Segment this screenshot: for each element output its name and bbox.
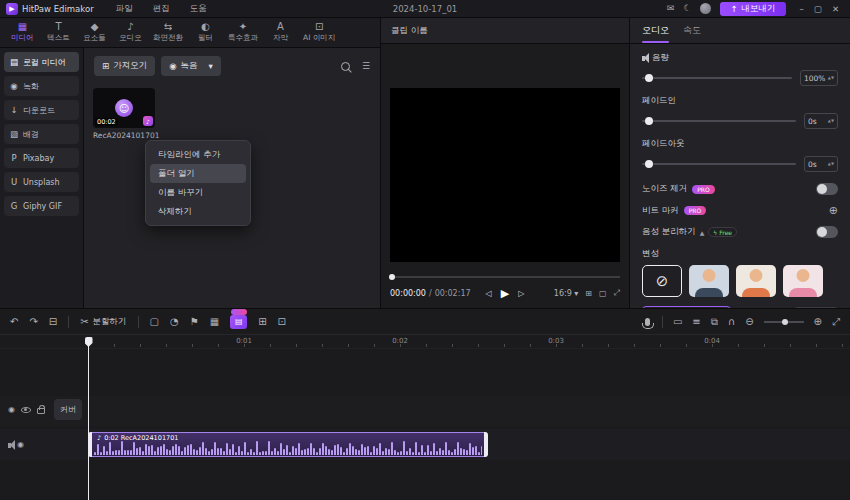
track-stack-icon[interactable]: ⧉	[711, 317, 718, 327]
plus-circle-icon[interactable]: ⊕	[829, 204, 838, 217]
chevron-down-icon[interactable]: ▾	[209, 61, 213, 71]
tab-effects[interactable]: ✦ 특수효과	[225, 22, 261, 43]
slider-knob[interactable]	[645, 160, 653, 168]
cover-button[interactable]: 커버	[54, 399, 82, 420]
redo-icon[interactable]: ↷	[29, 317, 37, 327]
screen-icon[interactable]: ▢	[599, 289, 607, 298]
seekbar-handle[interactable]	[389, 274, 395, 280]
sidebar-item-download[interactable]: ↓ 다운로드	[4, 100, 79, 120]
track-view-icon[interactable]: ▭	[673, 317, 682, 327]
voice-preset-none[interactable]: ⊘	[642, 265, 682, 297]
trash-icon[interactable]: ⊟	[49, 317, 57, 327]
ai-captions-icon[interactable]: ▤	[230, 315, 247, 329]
mosaic-icon[interactable]: ▦	[210, 317, 219, 327]
preview-seekbar[interactable]	[390, 276, 620, 278]
voice-preset-female-1[interactable]	[736, 265, 776, 297]
feedback-icon[interactable]: ✉	[667, 4, 675, 13]
minimize-button[interactable]: –	[795, 4, 809, 14]
prev-frame-button[interactable]: ◁	[486, 289, 492, 298]
sidebar-item-giphy[interactable]: G Giphy GIF	[4, 196, 79, 216]
track-lock-icon[interactable]	[37, 408, 45, 414]
play-button[interactable]: ▶	[501, 287, 509, 300]
playhead[interactable]	[88, 337, 89, 500]
tab-transitions[interactable]: ⇆ 화면전환	[150, 22, 186, 43]
zoom-slider[interactable]	[764, 321, 804, 323]
collapse-icon[interactable]: ▲	[700, 229, 705, 236]
theme-icon[interactable]: ☾	[683, 4, 691, 13]
canvas-icon[interactable]: ⊞	[585, 289, 592, 298]
stepper[interactable]: ▲▼	[828, 119, 834, 124]
tab-speed-props[interactable]: 속도	[683, 18, 701, 43]
voice-preset-male[interactable]	[689, 265, 729, 297]
sidebar-item-local-media[interactable]: ▤ 로컬 미디어	[4, 52, 79, 72]
split-button[interactable]: ✂ 분할하기	[80, 316, 126, 328]
fade-in-slider[interactable]	[642, 120, 796, 122]
sidebar-item-record[interactable]: ◉ 녹화	[4, 76, 79, 96]
sidebar-item-background[interactable]: ▨ 배경	[4, 124, 79, 144]
microphone-icon[interactable]	[645, 318, 650, 326]
fade-out-slider[interactable]	[642, 163, 796, 165]
zoom-out-icon[interactable]: ⊖	[745, 317, 753, 327]
sort-icon[interactable]: ☰	[362, 62, 370, 71]
menu-file[interactable]: 파일	[108, 3, 141, 15]
undo-icon[interactable]: ↶	[10, 317, 18, 327]
stepper[interactable]: ▲▼	[828, 76, 834, 81]
add-sticker-icon[interactable]: ⊡	[278, 317, 286, 327]
media-thumbnail[interactable]: ☺ 00:02 ♪	[93, 88, 155, 128]
tab-filters[interactable]: ◐ 필터	[189, 22, 222, 43]
tab-elements[interactable]: ◆ 요소들	[78, 22, 111, 43]
media-item[interactable]: ☺ 00:02 ♪ RecA2024101701	[93, 88, 155, 140]
noise-removal-toggle[interactable]	[816, 183, 838, 195]
timeline-clip[interactable]: ♪ 0:02 RecA2024101701	[88, 432, 488, 457]
timeline-tracks[interactable]: ◉ 커버 ◉ ♪ 0:02 RecA2024101701	[0, 349, 850, 500]
aspect-ratio-select[interactable]: 16:9 ▾	[554, 289, 579, 298]
sidebar-item-unsplash[interactable]: U Unsplash	[4, 172, 79, 192]
tab-ai-image[interactable]: ⊡ AI 이미지	[300, 22, 338, 43]
menu-item-delete[interactable]: 삭제하기	[150, 202, 246, 221]
user-avatar[interactable]	[700, 3, 711, 14]
track-record-icon[interactable]: ◉	[17, 440, 24, 450]
zoom-in-icon[interactable]: ⊕	[814, 317, 822, 327]
tab-audio[interactable]: ♪ 오디오	[114, 22, 147, 43]
track-record-icon[interactable]: ◉	[8, 405, 15, 415]
track-list-icon[interactable]: ≡	[692, 317, 700, 327]
crop-icon[interactable]: ▢	[150, 317, 159, 327]
speed-icon[interactable]: ◔	[170, 317, 179, 327]
fade-in-value[interactable]: 0s ▲▼	[804, 113, 838, 129]
tab-subtitles[interactable]: A 자막	[264, 22, 297, 43]
search-icon[interactable]	[341, 62, 350, 71]
stepper[interactable]: ▲▼	[828, 162, 834, 167]
fade-out-value[interactable]: 0s ▲▼	[804, 156, 838, 172]
magnet-icon[interactable]: ∩	[728, 317, 735, 327]
volume-value[interactable]: 100% ▲▼	[800, 70, 838, 86]
record-button[interactable]: ◉ 녹음 ▾	[161, 56, 221, 76]
menu-item-rename[interactable]: 이름 바꾸기	[150, 183, 246, 202]
voice-separation-toggle[interactable]	[816, 226, 838, 238]
export-button[interactable]: ↑ 내보내기	[720, 2, 785, 16]
add-text-icon[interactable]: ⊞	[258, 317, 266, 327]
video-track[interactable]	[0, 396, 850, 426]
track-mute-icon[interactable]	[8, 443, 11, 448]
menu-item-add-to-timeline[interactable]: 타임라인에 추가	[150, 145, 246, 164]
fit-timeline-icon[interactable]: ⤢	[832, 317, 840, 327]
video-canvas[interactable]	[390, 88, 620, 262]
timeline-ruler[interactable]: 0:01 0:02 0:03 0:04	[0, 335, 850, 349]
marker-icon[interactable]: ⚑	[190, 317, 199, 327]
close-button[interactable]: ✕	[827, 4, 844, 14]
volume-slider[interactable]	[642, 77, 792, 79]
tab-audio-props[interactable]: 오디오	[642, 18, 669, 43]
next-frame-button[interactable]: ▷	[518, 289, 524, 298]
slider-knob[interactable]	[645, 117, 653, 125]
menu-item-open-folder[interactable]: 폴더 열기	[150, 164, 246, 183]
slider-knob[interactable]	[645, 74, 653, 82]
track-visibility-icon[interactable]	[21, 407, 31, 413]
tab-media[interactable]: ▦ 미디어	[6, 22, 39, 43]
voice-preset-female-2[interactable]	[783, 265, 823, 297]
menu-help[interactable]: 도움	[182, 3, 215, 15]
import-button[interactable]: ⊞ 가져오기	[94, 56, 155, 76]
menu-edit[interactable]: 편집	[145, 3, 178, 15]
maximize-button[interactable]: ▢	[809, 4, 827, 14]
fullscreen-icon[interactable]: ⤢	[614, 288, 620, 298]
sidebar-item-pixabay[interactable]: P Pixabay	[4, 148, 79, 168]
tab-text[interactable]: T 텍스트	[42, 22, 75, 43]
